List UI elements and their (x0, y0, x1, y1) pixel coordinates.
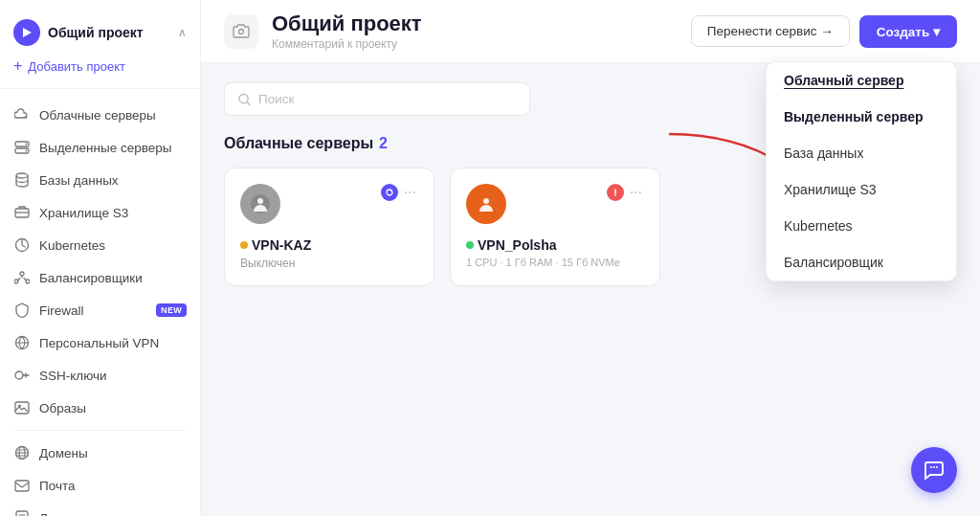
card-specs-text: 1 CPU · 1 Гб RAM · 15 Гб NVMe (466, 257, 644, 268)
svg-point-25 (483, 198, 489, 204)
sidebar-header: Общий проект ∧ + Добавить проект (0, 0, 200, 89)
sidebar-nav: Облачные серверы Выделенные серверы (0, 89, 200, 516)
sidebar-label: Kubernetes (39, 238, 105, 253)
topbar-actions: Перенести сервис → Создать ▾ Облачный се… (691, 15, 957, 48)
sidebar-item-firewall[interactable]: Firewall NEW (0, 294, 200, 326)
project-icon (13, 19, 40, 46)
card-header: ··· (466, 184, 644, 224)
firewall-label: Firewall (39, 303, 84, 318)
main-area: Общий проект Комментарий к проекту Перен… (201, 0, 980, 516)
sidebar-item-mail[interactable]: Почта (0, 469, 200, 502)
transfer-button[interactable]: Перенести сервис → (691, 15, 850, 47)
chat-button[interactable] (911, 447, 957, 493)
search-bar (224, 82, 530, 116)
mail-icon (13, 477, 31, 494)
sidebar-item-domains[interactable]: Домены (0, 437, 200, 469)
storage-icon (13, 204, 31, 221)
svg-rect-13 (15, 402, 29, 414)
sidebar-item-licenses[interactable]: Лицензии (0, 502, 200, 516)
dropdown-item-database[interactable]: База данных (767, 135, 956, 171)
card-status-text: Выключен (240, 257, 418, 270)
sidebar: Общий проект ∧ + Добавить проект Облачны… (0, 0, 201, 516)
kubernetes-icon (13, 236, 31, 254)
more-options-button[interactable]: ··· (402, 184, 418, 201)
sidebar-item-databases[interactable]: Базы данных (0, 164, 200, 196)
search-icon (238, 93, 251, 106)
section-title-text: Облачные серверы (224, 135, 373, 152)
svg-point-5 (16, 173, 28, 178)
sidebar-item-kubernetes[interactable]: Kubernetes (0, 229, 200, 261)
create-button[interactable]: Создать ▾ (859, 15, 957, 48)
sidebar-item-images[interactable]: Образы (0, 392, 200, 424)
more-options-button[interactable]: ··· (628, 184, 644, 201)
images-icon (13, 399, 31, 416)
section-count: 2 (379, 135, 388, 152)
card-header: ··· (240, 184, 418, 224)
sidebar-label: Хранилище S3 (39, 206, 128, 220)
svg-point-19 (239, 30, 244, 34)
topbar-title-block: Общий проект Комментарий к проекту (272, 11, 422, 51)
server-os-icon (466, 184, 506, 224)
balance-icon (13, 269, 31, 286)
sidebar-item-dedicated-servers[interactable]: Выделенные серверы (0, 131, 200, 164)
project-name: Общий проект (48, 25, 170, 40)
dropdown-item-cloud-server[interactable]: Облачный сервер (767, 62, 956, 99)
vpn-icon (13, 334, 31, 351)
svg-marker-0 (23, 28, 32, 37)
dropdown-item-balancer[interactable]: Балансировщик (767, 244, 956, 280)
status-icon-red (607, 184, 624, 201)
card-actions: ··· (381, 184, 418, 201)
search-input[interactable] (258, 92, 516, 106)
domains-icon (13, 444, 31, 461)
svg-point-3 (26, 144, 28, 146)
sidebar-item-storage[interactable]: Хранилище S3 (0, 196, 200, 229)
svg-point-26 (930, 466, 932, 468)
topbar-left: Общий проект Комментарий к проекту (224, 11, 422, 51)
sidebar-label: Почта (39, 479, 76, 493)
sidebar-label: Персональный VPN (39, 336, 159, 350)
card-actions: ··· (607, 184, 644, 201)
licenses-icon (13, 509, 31, 516)
svg-point-10 (26, 280, 30, 283)
svg-point-8 (14, 280, 18, 283)
server-icon (13, 139, 31, 156)
server-card-vpn-kaz[interactable]: ··· VPN-KAZ Выключен (224, 168, 434, 286)
sidebar-project[interactable]: Общий проект ∧ (13, 15, 187, 50)
svg-point-12 (15, 371, 23, 379)
sidebar-divider (13, 430, 187, 431)
add-project-button[interactable]: + Добавить проект (13, 50, 187, 79)
svg-point-4 (26, 150, 28, 152)
sidebar-label: Облачные серверы (39, 108, 156, 123)
ssh-icon (13, 367, 31, 384)
firewall-icon (13, 302, 31, 319)
page-subtitle: Комментарий к проекту (272, 37, 422, 51)
chevron-up-icon: ∧ (178, 26, 187, 39)
sidebar-label: Выделенные серверы (39, 141, 171, 155)
svg-point-9 (20, 272, 24, 276)
sidebar-label: Балансировщики (39, 271, 143, 285)
dropdown-item-dedicated-server[interactable]: Выделенный сервер (767, 99, 956, 135)
sidebar-label: Домены (39, 446, 88, 460)
add-project-label: Добавить проект (28, 59, 125, 74)
card-server-name: VPN_Polsha (466, 237, 644, 253)
page-title: Общий проект (272, 11, 422, 36)
card-server-name: VPN-KAZ (240, 237, 418, 253)
sidebar-item-balancers[interactable]: Балансировщики (0, 261, 200, 294)
sidebar-item-cloud-servers[interactable]: Облачные серверы (0, 99, 200, 131)
create-dropdown: Облачный сервер Выделенный сервер База д… (766, 61, 957, 281)
sidebar-item-vpn[interactable]: Персональный VPN (0, 326, 200, 359)
dropdown-item-storage[interactable]: Хранилище S3 (767, 171, 956, 208)
svg-point-28 (936, 466, 938, 468)
sync-icon (381, 184, 398, 201)
sidebar-label: SSH-ключи (39, 369, 107, 383)
dropdown-item-kubernetes[interactable]: Kubernetes (767, 208, 956, 244)
topbar: Общий проект Комментарий к проекту Перен… (201, 0, 980, 63)
firewall-badge: NEW (156, 303, 187, 317)
server-card-vpn-polsha[interactable]: ··· VPN_Polsha 1 CPU · 1 Гб RAM · 15 Гб … (450, 168, 660, 286)
sidebar-item-ssh-keys[interactable]: SSH-ключи (0, 359, 200, 392)
server-os-icon (240, 184, 280, 224)
camera-icon[interactable] (224, 14, 258, 49)
sidebar-label: Базы данных (39, 173, 119, 188)
cloud-icon (13, 106, 31, 123)
sidebar-label: Образы (39, 401, 86, 415)
